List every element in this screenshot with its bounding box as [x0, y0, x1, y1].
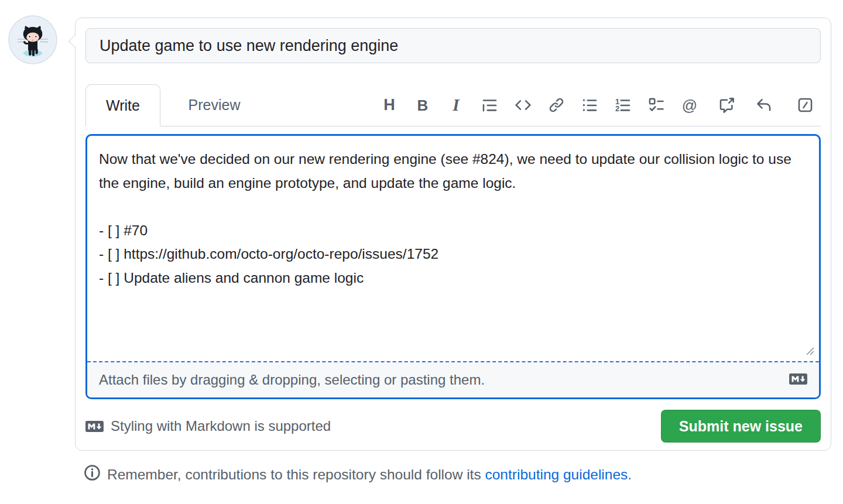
- svg-text:2: 2: [615, 105, 619, 113]
- link-icon: [549, 97, 564, 113]
- mention-button[interactable]: @: [681, 95, 698, 116]
- tab-preview[interactable]: Preview: [160, 84, 268, 126]
- markdown-icon[interactable]: [789, 372, 807, 388]
- task-list-button[interactable]: [647, 95, 665, 116]
- attach-files-hint: Attach files by dragging & dropping, sel…: [99, 372, 485, 388]
- tab-write[interactable]: Write: [85, 84, 160, 126]
- contributing-guidelines-link[interactable]: contributing guidelines: [485, 467, 628, 482]
- cross-reference-button[interactable]: [718, 95, 735, 116]
- markdown-toolbar: HBI12@: [381, 84, 821, 126]
- unordered-list-icon: [582, 97, 598, 113]
- markdown-supported-link[interactable]: Styling with Markdown is supported: [85, 418, 331, 434]
- form-footer: Styling with Markdown is supported Submi…: [85, 410, 821, 443]
- issue-title-input[interactable]: [85, 28, 821, 63]
- ordered-list-button[interactable]: 12: [614, 95, 632, 116]
- heading-icon: H: [383, 97, 395, 113]
- info-icon: [84, 464, 101, 485]
- bold-icon: B: [417, 98, 429, 113]
- reminder-text: Remember, contributions to this reposito…: [107, 467, 632, 483]
- link-button[interactable]: [547, 95, 565, 116]
- submit-new-issue-button[interactable]: Submit new issue: [661, 410, 821, 443]
- italic-button[interactable]: I: [447, 95, 465, 116]
- new-issue-form-card: Write Preview HBI12@ Now that we've deci…: [75, 18, 831, 451]
- editor-text-region: Now that we've decided on our new render…: [87, 136, 819, 362]
- italic-icon: I: [453, 97, 459, 114]
- code-icon: [515, 97, 531, 113]
- reminder-suffix: .: [628, 467, 632, 482]
- heading-button[interactable]: H: [381, 95, 398, 116]
- mention-icon: @: [682, 98, 697, 113]
- markdown-supported-label: Styling with Markdown is supported: [111, 418, 331, 434]
- saved-replies-icon: [756, 97, 772, 113]
- comment-caret: [68, 35, 81, 47]
- quote-icon: [482, 97, 498, 113]
- reminder-prefix: Remember, contributions to this reposito…: [107, 467, 485, 482]
- comment-editor: Now that we've decided on our new render…: [85, 134, 821, 399]
- ordered-list-icon: 12: [615, 97, 631, 113]
- quote-button[interactable]: [481, 95, 498, 116]
- slash-commands-icon: [797, 97, 813, 113]
- cross-reference-icon: [719, 97, 735, 113]
- octocat-icon: [8, 15, 57, 64]
- slash-commands-button[interactable]: [796, 95, 814, 116]
- markdown-icon: [85, 421, 104, 432]
- attach-files-dropzone[interactable]: Attach files by dragging & dropping, sel…: [87, 362, 819, 397]
- code-button[interactable]: [514, 95, 532, 116]
- contribution-reminder: Remember, contributions to this reposito…: [84, 464, 632, 485]
- user-avatar[interactable]: [8, 15, 57, 64]
- issue-body-textarea[interactable]: Now that we've decided on our new render…: [87, 136, 819, 361]
- bold-button[interactable]: B: [414, 95, 431, 116]
- task-list-icon: [649, 97, 664, 113]
- saved-replies-button[interactable]: [755, 95, 772, 116]
- unordered-list-button[interactable]: [581, 95, 598, 116]
- editor-tab-bar: Write Preview HBI12@: [85, 84, 821, 126]
- resize-handle-icon[interactable]: [804, 345, 815, 359]
